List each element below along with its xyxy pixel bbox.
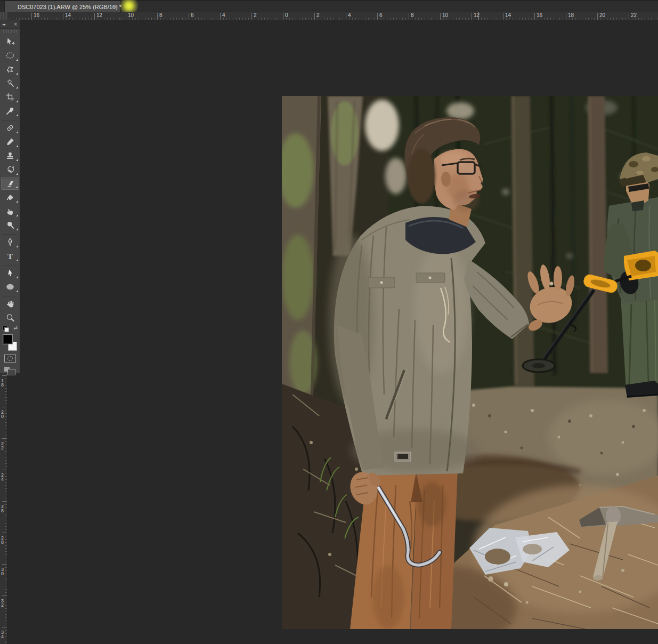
default-colors-icon[interactable]	[3, 326, 9, 332]
screen-mode-button[interactable]	[1, 365, 19, 377]
eraser-tool[interactable]	[1, 177, 19, 190]
ruler-major-tick	[2, 470, 7, 470]
ruler-label: 4	[348, 12, 351, 18]
quick-mask-button[interactable]	[1, 352, 19, 365]
move-tool[interactable]	[1, 35, 19, 48]
tool-flyout-indicator	[16, 228, 18, 230]
eyedropper-tool[interactable]	[1, 104, 19, 117]
ruler-label: 4	[222, 12, 225, 18]
document-tab[interactable]: DSC07023 (1).ARW @ 25% (RGB/16) * ×	[4, 1, 120, 12]
tab-close-icon[interactable]: ×	[114, 3, 117, 10]
ruler-corner-box	[0, 12, 7, 20]
polygonal-lasso-tool-icon	[5, 65, 15, 74]
ruler-major-tick	[2, 438, 7, 439]
tool-buttons: T	[0, 35, 20, 324]
ruler-label: 12	[474, 12, 480, 18]
document-tab-title: DSC07023 (1).ARW @ 25% (RGB/16) *	[18, 4, 121, 10]
path-selection-tool[interactable]	[1, 267, 19, 279]
ruler-major-tick	[314, 13, 315, 20]
pen-tool[interactable]	[1, 236, 19, 248]
ruler-label: 2 6	[1, 504, 4, 513]
open-photo-canvas[interactable]	[282, 96, 658, 629]
photo-scene	[282, 96, 658, 629]
crop-tool[interactable]	[1, 91, 19, 103]
photoshop-window: { "tab_bar": { "tabs": [ { "title": "DSC…	[0, 0, 658, 644]
ruler-label: 22	[631, 12, 637, 18]
tool-flyout-indicator	[16, 245, 18, 247]
color-utility-row: ⇄	[0, 325, 20, 333]
zoom-tool[interactable]	[1, 311, 19, 324]
panel-grip[interactable]	[3, 30, 17, 33]
ruler-label: 8	[411, 12, 414, 18]
brush-tool-icon	[5, 137, 15, 147]
tool-flyout-indicator	[15, 186, 18, 188]
ruler-label: 14	[505, 12, 511, 18]
ruler-label: 2 2	[1, 441, 4, 450]
ruler-label: 10	[442, 12, 448, 18]
ruler-label: 1 8	[1, 379, 4, 387]
ruler-label: 16	[34, 12, 39, 18]
ruler-major-tick	[126, 13, 126, 20]
dodge-tool[interactable]	[1, 219, 19, 231]
ruler-major-tick	[503, 13, 503, 20]
ruler-major-tick	[189, 13, 189, 20]
ruler-major-tick	[377, 13, 378, 20]
magic-wand-tool[interactable]	[1, 77, 19, 90]
polygonal-lasso-tool[interactable]	[1, 63, 19, 76]
ruler-major-tick	[220, 13, 221, 20]
collapse-panel-icon[interactable]: ▸▸	[3, 22, 5, 27]
tool-flyout-indicator	[16, 86, 18, 88]
tool-flyout-indicator	[16, 290, 18, 292]
magic-wand-tool-icon	[5, 78, 15, 88]
ruler-label: 18	[568, 12, 574, 18]
pen-tool-icon	[5, 237, 15, 247]
ruler-major-tick	[2, 533, 7, 533]
foreground-color-swatch[interactable]	[3, 334, 13, 344]
ruler-label: 14	[65, 12, 71, 18]
ruler-major-tick	[566, 13, 566, 20]
ruler-label: 3 2	[1, 599, 4, 607]
ruler-major-tick	[251, 13, 252, 20]
ruler-major-tick	[2, 501, 7, 502]
type-tool[interactable]: T	[1, 249, 19, 262]
ruler-major-tick	[2, 595, 7, 596]
clone-stamp-tool[interactable]	[1, 149, 19, 162]
ruler-major-tick	[409, 13, 409, 20]
hand-tool[interactable]	[1, 297, 19, 310]
history-brush-tool[interactable]	[1, 163, 19, 176]
tools-panel: ▸▸ × T ⇄	[0, 20, 20, 373]
screen-mode-icon	[4, 367, 16, 375]
tool-flyout-indicator	[16, 114, 18, 116]
ruler-major-tick	[472, 13, 472, 20]
quick-mask-icon	[4, 355, 16, 363]
ruler-major-tick	[63, 13, 63, 20]
eyedropper-tool-icon	[5, 106, 15, 116]
ellipse-tool[interactable]	[1, 280, 19, 293]
move-tool-icon	[5, 37, 15, 46]
vertical-ruler[interactable]: 1 82 02 22 42 62 83 03 23 4	[0, 373, 7, 644]
crop-tool-icon	[5, 92, 15, 102]
paint-bucket-tool[interactable]	[1, 191, 19, 204]
horizontal-ruler[interactable]: 1614121086420246810121416182022	[7, 12, 658, 20]
ruler-major-tick	[2, 407, 7, 407]
spot-healing-brush-tool-icon	[5, 123, 15, 133]
ruler-major-tick	[157, 13, 158, 20]
tab-bar: DSC07023 (1).ARW @ 25% (RGB/16) * ×	[0, 0, 658, 12]
panel-close-icon[interactable]: ×	[14, 22, 17, 27]
ruler-label: 16	[537, 12, 542, 18]
ruler-label: 0	[285, 12, 288, 18]
ruler-label: 2 0	[1, 410, 4, 418]
brush-tool[interactable]	[1, 135, 19, 148]
smudge-tool[interactable]	[1, 205, 19, 218]
tool-flyout-indicator	[16, 73, 18, 75]
tool-flyout-indicator	[16, 145, 18, 147]
elliptical-marquee-tool[interactable]	[1, 49, 19, 62]
ruler-major-tick	[94, 13, 95, 20]
tool-flyout-indicator	[16, 131, 18, 133]
swap-colors-icon[interactable]: ⇄	[13, 325, 18, 331]
spot-healing-brush-tool[interactable]	[1, 122, 19, 134]
ellipse-tool-icon	[5, 282, 15, 292]
ruler-major-tick	[440, 13, 441, 20]
history-brush-tool-icon	[5, 165, 15, 174]
ruler-label: 2 8	[1, 536, 4, 544]
